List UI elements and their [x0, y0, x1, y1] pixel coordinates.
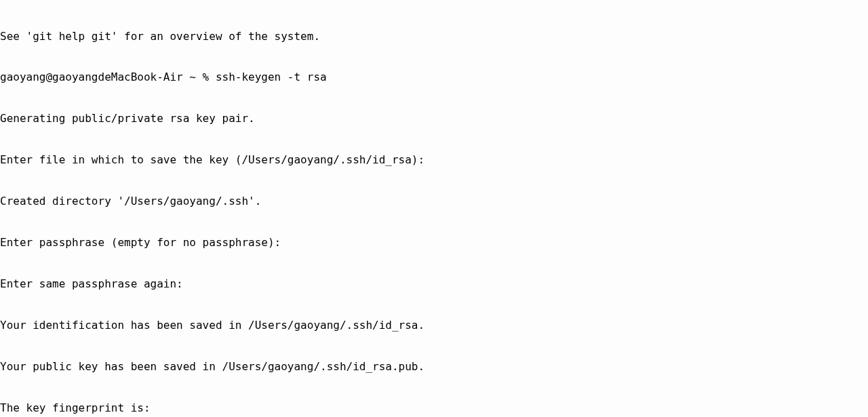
output-line: See 'git help git' for an overview of th…: [0, 30, 868, 43]
output-line: Your public key has been saved in /Users…: [0, 360, 868, 374]
output-line: Created directory '/Users/gaoyang/.ssh'.: [0, 195, 868, 208]
output-line: Generating public/private rsa key pair.: [0, 112, 868, 125]
command-text: ssh-keygen -t rsa: [216, 71, 327, 83]
output-line: Enter passphrase (empty for no passphras…: [0, 236, 868, 250]
output-line: The key fingerprint is:: [0, 401, 868, 415]
prompt-line: gaoyang@gaoyangdeMacBook-Air ~ % ssh-key…: [0, 71, 868, 84]
output-line: Your identification has been saved in /U…: [0, 319, 868, 332]
output-line: Enter file in which to save the key (/Us…: [0, 153, 868, 167]
prompt-user: gaoyang@gaoyangdeMacBook-Air ~ %: [0, 71, 216, 83]
terminal-window[interactable]: See 'git help git' for an overview of th…: [0, 0, 868, 417]
output-line: Enter same passphrase again:: [0, 277, 868, 291]
